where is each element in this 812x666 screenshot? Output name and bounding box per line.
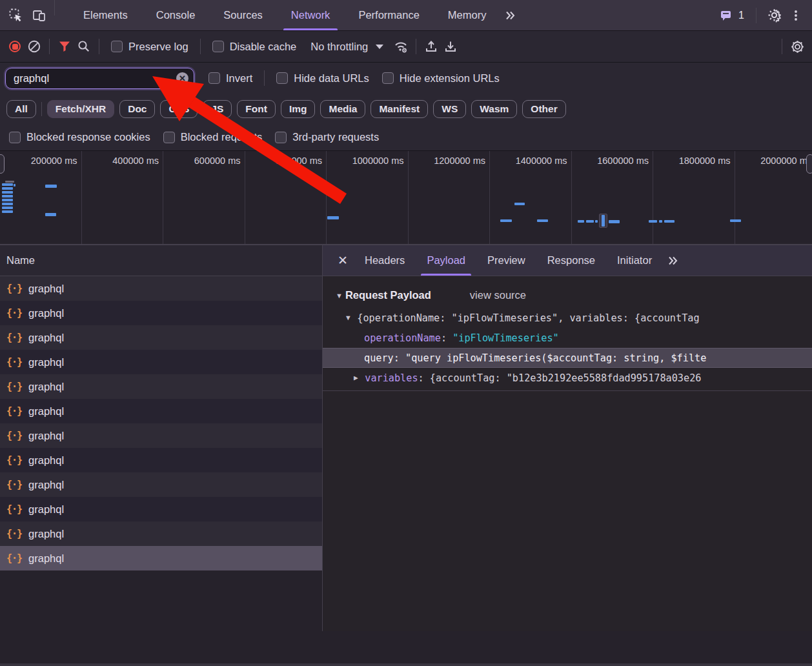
filter-text-field[interactable]: ✕ [5,68,194,89]
disable-cache-checkbox[interactable]: Disable cache [212,41,297,53]
clear-filter-icon[interactable]: ✕ [176,72,188,85]
checkbox[interactable] [382,72,394,84]
main-tabs: ElementsConsoleSourcesNetworkPerformance… [69,0,520,30]
tab-memory[interactable]: Memory [434,0,501,30]
payload-operation-row[interactable]: operationName: "ipFlowTimeseries" [323,328,812,348]
more-panels-chevron-icon[interactable] [500,6,520,25]
inspect-element-icon[interactable] [6,6,26,25]
name-column-header[interactable]: Name [0,245,322,276]
network-settings-gear-icon[interactable] [787,37,807,56]
timeline-request-bar [514,203,525,205]
tab-elements[interactable]: Elements [69,0,142,30]
overview-drag-handle[interactable] [806,154,812,174]
tab-performance[interactable]: Performance [344,0,433,30]
issues-count[interactable]: 1 [738,10,744,21]
chip-img[interactable]: Img [281,100,316,118]
chip-all[interactable]: All [6,100,36,118]
checkbox[interactable] [275,132,287,143]
network-overview-timeline[interactable]: 200000 ms400000 ms600000 ms800000 ms1000… [0,151,812,245]
view-source-link[interactable]: view source [470,289,526,301]
3rd-party-requests-checkbox[interactable]: 3rd-party requests [275,131,379,143]
checkbox[interactable] [208,72,220,84]
blocked-response-cookies-checkbox[interactable]: Blocked response cookies [9,131,150,143]
throttling-select[interactable]: No throttling [310,41,383,53]
search-icon[interactable] [74,37,94,56]
import-har-icon[interactable] [421,37,441,56]
divider [264,70,265,86]
overview-drag-handle[interactable] [0,154,5,174]
request-row[interactable]: {·}graphql [0,276,322,301]
preserve-log-checkbox[interactable]: Preserve log [111,41,188,53]
request-row[interactable]: {·}graphql [0,521,322,546]
record-network-log-icon[interactable] [5,37,25,56]
payload-variables-row[interactable]: ▶ variables: {accountTag: "b12e3b2192ee5… [323,368,812,388]
issues-message-icon[interactable] [716,6,736,25]
chip-ws[interactable]: WS [433,100,466,118]
request-row[interactable]: {·}graphql [0,374,322,399]
name-column-label: Name [6,254,35,267]
timeline-request-bar [2,207,13,209]
chip-js[interactable]: JS [203,100,232,118]
request-name: graphql [28,381,64,393]
tab-network[interactable]: Network [277,0,345,30]
checkbox[interactable] [276,72,288,84]
chip-doc[interactable]: Doc [119,100,155,118]
chip-wasm[interactable]: Wasm [471,100,517,118]
checkbox[interactable] [111,41,123,52]
more-tabs-chevron-icon[interactable] [663,251,682,270]
chip-manifest[interactable]: Manifest [370,100,428,118]
checkbox-label: Blocked requests [181,131,263,143]
blocked-requests-checkbox[interactable]: Blocked requests [163,131,263,143]
window-bottom-edge [0,663,812,666]
detail-tab-initiator[interactable]: Initiator [606,245,663,276]
request-row[interactable]: {·}graphql [0,325,322,350]
chip-font[interactable]: Font [237,100,276,118]
timeline-request-bar [45,185,57,188]
expand-triangle-icon[interactable]: ▶ [354,374,362,382]
kebab-menu-icon[interactable] [786,6,806,25]
checkbox[interactable] [163,132,175,143]
collapse-triangle-icon[interactable]: ▼ [346,314,354,322]
timeline-request-bar [2,183,13,186]
request-row[interactable]: {·}graphql [0,423,322,448]
detail-tab-headers[interactable]: Headers [354,245,416,276]
filter-funnel-icon[interactable] [55,37,74,56]
network-conditions-icon[interactable] [391,37,411,56]
chip-media[interactable]: Media [320,100,365,118]
request-list: {·}graphql{·}graphql{·}graphql{·}graphql… [0,276,322,631]
invert-checkbox[interactable]: Invert [208,72,252,85]
checkbox[interactable] [9,132,21,143]
timeline-tick-label: 2000000 ms [735,151,812,244]
checkbox-label: 3rd-party requests [292,131,379,143]
filter-input[interactable] [14,72,176,85]
request-row[interactable]: {·}graphql [0,448,322,472]
request-row[interactable]: {·}graphql [0,472,322,497]
chip-other[interactable]: Other [522,100,565,118]
request-row[interactable]: {·}graphql [0,497,322,521]
timeline-request-bar [2,191,13,194]
detail-tab-payload[interactable]: Payload [416,245,476,276]
request-row[interactable]: {·}graphql [0,301,322,325]
hide-extension-urls-checkbox[interactable]: Hide extension URLs [382,72,500,85]
request-row[interactable]: {·}graphql [0,399,322,423]
tab-sources[interactable]: Sources [209,0,277,30]
clear-network-log-icon[interactable] [25,37,44,56]
divider [54,0,55,15]
hide-data-urls-checkbox[interactable]: Hide data URLs [276,72,369,85]
checkbox[interactable] [212,41,224,52]
collapse-triangle-icon[interactable]: ▼ [336,292,343,299]
tab-console[interactable]: Console [142,0,210,30]
detail-tab-response[interactable]: Response [536,245,606,276]
payload-query-row[interactable]: query: "query ipFlowTimeseries($accountT… [323,348,812,368]
device-toolbar-icon[interactable] [30,6,49,25]
request-row[interactable]: {·}graphql [0,546,322,570]
chip-fetch-xhr[interactable]: Fetch/XHR [47,100,114,118]
close-details-icon[interactable]: ✕ [332,245,354,276]
payload-preview-row[interactable]: ▼ {operationName: "ipFlowTimeseries", va… [323,308,812,328]
settings-gear-icon[interactable] [764,6,784,25]
request-row[interactable]: {·}graphql [0,350,322,374]
chip-css[interactable]: CSS [160,100,198,118]
export-har-icon[interactable] [441,37,460,56]
divider [756,8,756,23]
detail-tab-preview[interactable]: Preview [476,245,536,276]
